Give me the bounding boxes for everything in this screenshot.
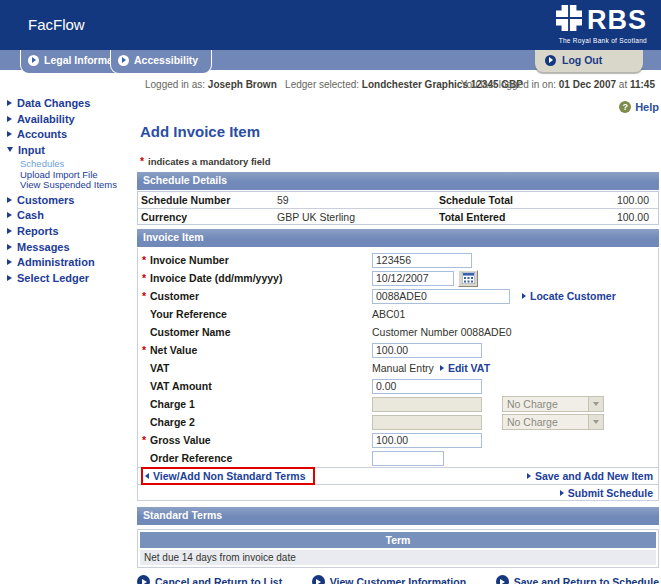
- tab-accessibility[interactable]: Accessibility: [110, 50, 212, 74]
- sidebar-item-label: Customers: [17, 194, 74, 206]
- table-row: Schedule Number 59 Schedule Total 100.00: [138, 192, 658, 208]
- logged-in-user: Joseph Brown: [208, 79, 277, 90]
- sidebar-item-accounts[interactable]: Accounts: [7, 128, 137, 140]
- vat-amount-input[interactable]: [372, 379, 482, 394]
- table-row: Net due 14 days from invoice date: [140, 550, 656, 565]
- page-title: Add Invoice Item: [140, 123, 659, 140]
- invoice-number-label: *Invoice Number: [142, 254, 372, 266]
- view-add-non-standard-terms-link[interactable]: View/Add Non Standard Terms: [145, 470, 305, 482]
- required-marker: *: [142, 290, 150, 302]
- schedule-total-value: 100.00: [589, 194, 655, 206]
- edit-vat-link[interactable]: Edit VAT: [440, 362, 490, 374]
- sidebar-item-label: Messages: [17, 241, 70, 253]
- gross-value-input[interactable]: [372, 433, 482, 448]
- your-reference-value: ABC01: [372, 308, 405, 320]
- save-and-return-button[interactable]: Save and Return to Schedule: [496, 575, 659, 584]
- charge2-row: Charge 2 No Charge: [138, 413, 658, 431]
- logout-label: Log Out: [562, 54, 602, 66]
- at-label: at: [619, 79, 627, 90]
- charge1-label: Charge 1: [142, 398, 372, 410]
- net-value-input[interactable]: [372, 343, 482, 358]
- vat-row: VAT Manual Entry Edit VAT: [138, 359, 658, 377]
- invoice-item-form: *Invoice Number *Invoice Date (dd/mm/yyy…: [137, 248, 659, 501]
- sidebar-item-reports[interactable]: Reports: [7, 225, 137, 237]
- total-entered-value: 100.00: [589, 211, 655, 223]
- arrow-circle-icon: [496, 575, 509, 584]
- vat-amount-label: VAT Amount: [142, 380, 372, 392]
- help-icon: ?: [619, 101, 631, 113]
- chevron-right-icon: [7, 116, 12, 122]
- mandatory-note-text: indicates a mandatory field: [148, 156, 270, 167]
- invoice-links-row: View/Add Non Standard Terms Save and Add…: [138, 467, 658, 484]
- required-marker: *: [142, 254, 150, 266]
- save-and-add-new-item-link[interactable]: Save and Add New Item: [527, 470, 653, 482]
- chevron-right-icon: [7, 212, 12, 218]
- arrow-circle-icon: [312, 575, 325, 584]
- rbs-wordmark: RBS: [587, 7, 647, 34]
- order-reference-input[interactable]: [372, 451, 444, 466]
- arrow-left-icon: [145, 473, 149, 479]
- customer-name-label: Customer Name: [142, 326, 372, 338]
- arrow-circle-icon: [137, 575, 150, 584]
- vat-mode-value: Manual Entry: [372, 362, 434, 374]
- invoice-date-input[interactable]: [372, 271, 454, 286]
- rbs-logo: RBS The Royal Bank of Scotland: [556, 5, 647, 44]
- calendar-icon: [462, 272, 475, 284]
- footer-actions: Cancel and Return to List View Customer …: [137, 575, 659, 584]
- vat-amount-row: VAT Amount: [138, 377, 658, 395]
- your-reference-row: Your Reference ABC01: [138, 305, 658, 323]
- chevron-right-icon: [7, 131, 12, 137]
- customer-label: *Customer: [142, 290, 372, 302]
- chevron-down-icon: [588, 415, 603, 429]
- sidebar-item-input[interactable]: Input: [7, 144, 137, 156]
- help-label: Help: [635, 101, 659, 113]
- cancel-and-return-button[interactable]: Cancel and Return to List: [137, 575, 282, 584]
- required-marker: *: [142, 434, 150, 446]
- last-login-date: 01 Dec 2007: [559, 79, 616, 90]
- submit-schedule-link[interactable]: Submit Schedule: [560, 487, 653, 499]
- currency-label: Currency: [141, 211, 277, 223]
- chevron-right-icon: [7, 259, 12, 265]
- arrow-circle-icon: [118, 55, 129, 66]
- last-login-label: You last logged in on:: [461, 79, 556, 90]
- schedule-number-value: 59: [277, 194, 439, 206]
- sidebar-item-cash[interactable]: Cash: [7, 209, 137, 221]
- calendar-button[interactable]: [458, 270, 478, 287]
- sidebar-subitem-view-suspended-items[interactable]: View Suspended Items: [20, 180, 137, 191]
- rbs-daisy-icon: [556, 5, 582, 35]
- net-value-row: *Net Value: [138, 341, 658, 359]
- app-title: FacFlow: [28, 16, 85, 33]
- customer-input[interactable]: [372, 289, 510, 304]
- standard-terms-table: Term Net due 14 days from invoice date: [137, 529, 659, 568]
- locate-customer-link[interactable]: Locate Customer: [522, 290, 616, 302]
- sidebar-item-label: Select Ledger: [17, 272, 89, 284]
- required-marker: *: [142, 272, 150, 284]
- invoice-number-input[interactable]: [372, 253, 472, 268]
- chevron-right-icon: [7, 275, 12, 281]
- charge1-row: Charge 1 No Charge: [138, 395, 658, 413]
- sidebar-item-availability[interactable]: Availability: [7, 113, 137, 125]
- sidebar-item-customers[interactable]: Customers: [7, 194, 137, 206]
- invoice-item-header: Invoice Item: [137, 229, 659, 247]
- customer-row: *Customer Locate Customer: [138, 287, 658, 305]
- sidebar-item-select-ledger[interactable]: Select Ledger: [7, 272, 137, 284]
- sidebar-item-messages[interactable]: Messages: [7, 241, 137, 253]
- sidebar-item-label: Administration: [17, 256, 95, 268]
- chevron-down-icon: [7, 147, 13, 152]
- table-row: Currency GBP UK Sterling Total Entered 1…: [138, 208, 658, 224]
- red-highlight-box: View/Add Non Standard Terms: [141, 467, 315, 485]
- logout-button[interactable]: Log Out: [535, 50, 643, 72]
- last-login-info: You last logged in on: 01 Dec 2007 at 11…: [461, 79, 655, 90]
- view-customer-information-button[interactable]: View Customer Information: [312, 575, 466, 584]
- arrow-circle-icon: [28, 55, 39, 66]
- invoice-date-label: *Invoice Date (dd/mm/yyyy): [142, 272, 372, 284]
- sidebar-item-label: Data Changes: [17, 97, 90, 109]
- logged-in-label: Logged in as:: [145, 79, 205, 90]
- submit-schedule-row: Submit Schedule: [138, 484, 658, 500]
- sidebar-item-data-changes[interactable]: Data Changes: [7, 97, 137, 109]
- help-link[interactable]: ? Help: [619, 101, 659, 113]
- sidebar-item-administration[interactable]: Administration: [7, 256, 137, 268]
- chevron-right-icon: [7, 100, 12, 106]
- vat-label: VAT: [142, 362, 372, 374]
- arrow-circle-icon: [545, 55, 556, 66]
